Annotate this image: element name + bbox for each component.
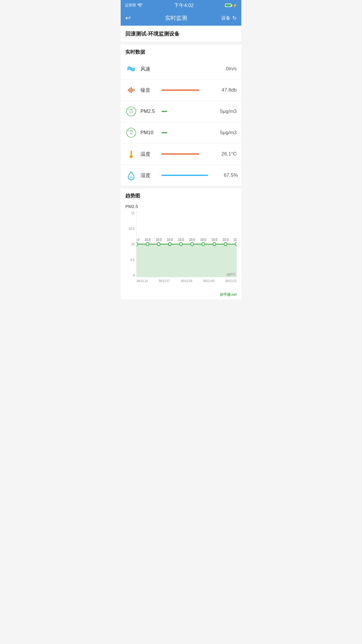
temperature-icon (125, 148, 137, 160)
sensor-row-pm25: PM 2.5 PM2.5 5μg/m3 (121, 101, 241, 122)
svg-point-18 (127, 135, 128, 136)
svg-text:2.5: 2.5 (129, 111, 133, 113)
status-bar: 运营商 下午4:02 ⚡ (121, 0, 241, 10)
svg-point-30 (213, 242, 216, 246)
y-label-105: 10.5 (129, 227, 135, 230)
noise-bar-area (161, 90, 207, 91)
svg-text:10.0: 10.0 (223, 238, 229, 242)
svg-point-11 (127, 113, 128, 114)
page-title-bar: 回滚测试-环境监测设备 (121, 26, 241, 42)
svg-rect-3 (132, 88, 133, 92)
svg-point-16 (134, 130, 135, 130)
pm25-label: PM2.5 (140, 108, 158, 114)
svg-point-28 (191, 242, 194, 246)
temperature-label: 温度 (140, 151, 158, 158)
humidity-label: 湿度 (140, 172, 158, 179)
status-right: ⚡ (225, 3, 237, 8)
humidity-bar (161, 175, 208, 176)
header-right[interactable]: 设备 ↻ (221, 15, 237, 21)
svg-rect-1 (129, 88, 130, 92)
temperature-value: 26.1°C (210, 151, 237, 157)
svg-point-17 (134, 134, 135, 136)
trend-section: 趋势图 PM2.5 11 10.5 10 9.5 9 (121, 188, 241, 290)
y-label-10: 10 (131, 242, 135, 246)
svg-rect-0 (128, 89, 129, 91)
svg-point-29 (202, 242, 205, 246)
wind-value: 0m/s (210, 66, 237, 72)
sensor-row-pm10: PM 10 PM10 5μg/m3 (121, 122, 241, 144)
svg-rect-2 (131, 87, 132, 93)
back-button[interactable]: ↩ (125, 14, 131, 22)
y-label-11: 11 (131, 211, 135, 215)
chart-svg: 10.0 10.0 10.0 10.0 10.0 10.0 10.0 10.0 … (136, 211, 237, 277)
sensor-row-temperature: 温度 26.1°C (121, 144, 241, 165)
svg-text:10: 10 (130, 132, 133, 135)
y-axis: 11 10.5 10 9.5 9 (125, 211, 136, 277)
svg-rect-21 (131, 151, 132, 156)
svg-point-27 (180, 242, 182, 246)
chart-wrapper: 11 10.5 10 9.5 9 (125, 211, 237, 290)
realtime-section-header: 实时数据 (121, 45, 241, 58)
header-title: 实时监测 (165, 14, 187, 22)
pm25-icon: PM 2.5 (125, 106, 137, 117)
temperature-bar (161, 153, 199, 155)
x-label-2: 30/12:35 (181, 279, 192, 283)
status-left: 运营商 (125, 3, 143, 8)
x-label-1: 30/12:17 (159, 279, 170, 283)
svg-text:10.0: 10.0 (178, 238, 184, 242)
x-label-3: 30/12:45 (203, 279, 215, 283)
pm25-bar (161, 111, 167, 112)
realtime-label: 实时数据 (125, 49, 145, 55)
svg-point-9 (134, 108, 135, 109)
svg-text:10.0: 10.0 (156, 238, 161, 242)
refresh-icon[interactable]: ↻ (232, 15, 237, 21)
humidity-icon (125, 169, 137, 181)
svg-text:PM: PM (130, 130, 133, 132)
status-time: 下午4:02 (174, 2, 194, 9)
temperature-bar-area (161, 153, 207, 155)
pm25-bar-area (161, 111, 207, 112)
watermark: 好手游.net (121, 290, 241, 300)
svg-text:10.0: 10.0 (211, 238, 217, 242)
page-title: 回滚测试-环境监测设备 (125, 30, 237, 37)
pm10-icon: PM 10 (125, 127, 137, 139)
svg-point-15 (128, 130, 129, 131)
wind-icon (125, 63, 137, 75)
pm10-label: PM10 (140, 130, 158, 136)
bolt-icon: ⚡ (233, 3, 237, 8)
svg-text:10.0: 10.0 (200, 238, 206, 242)
svg-rect-4 (134, 89, 135, 91)
sensor-row-wind: 风速 0m/s (121, 58, 241, 80)
noise-value: 47.8db (210, 87, 237, 93)
sensor-list: 风速 0m/s 噪音 47.8db PM 2.5 (121, 58, 241, 186)
sensor-row-noise: 噪音 47.8db (121, 80, 241, 101)
svg-point-8 (128, 108, 129, 110)
chart-title: PM2.5 (125, 204, 237, 209)
pm10-value: 5μg/m3 (210, 130, 237, 136)
noise-bar (161, 90, 199, 91)
svg-point-24 (146, 242, 149, 246)
humidity-value: 67.5% (212, 172, 238, 178)
svg-point-26 (168, 242, 171, 246)
svg-marker-22 (136, 244, 237, 277)
svg-text:10.0: 10.0 (189, 238, 195, 242)
x-label-0: 30/12:14 (136, 279, 148, 283)
sensor-row-humidity: 湿度 67.5% (121, 165, 241, 186)
humidity-bar-area (161, 175, 208, 176)
x-label-4: 30/13:21 (225, 279, 237, 283)
header-left[interactable]: ↩ (125, 14, 131, 22)
chart-area: 10.0 10.0 10.0 10.0 10.0 10.0 10.0 10.0 … (136, 211, 237, 277)
svg-text:PM: PM (130, 108, 133, 111)
svg-point-25 (157, 242, 160, 246)
wind-label: 风速 (140, 66, 158, 72)
svg-point-23 (136, 242, 138, 246)
svg-text:10.0: 10.0 (234, 238, 237, 242)
app-header: ↩ 实时监测 设备 ↻ (121, 10, 241, 26)
trend-title: 趋势图 (125, 192, 237, 199)
svg-point-10 (134, 113, 135, 114)
svg-text:μg/m3: μg/m3 (227, 272, 235, 276)
pm25-value: 5μg/m3 (210, 108, 237, 114)
y-label-9: 9 (133, 274, 135, 277)
svg-text:10.0: 10.0 (167, 238, 173, 242)
device-label: 设备 (221, 15, 231, 21)
